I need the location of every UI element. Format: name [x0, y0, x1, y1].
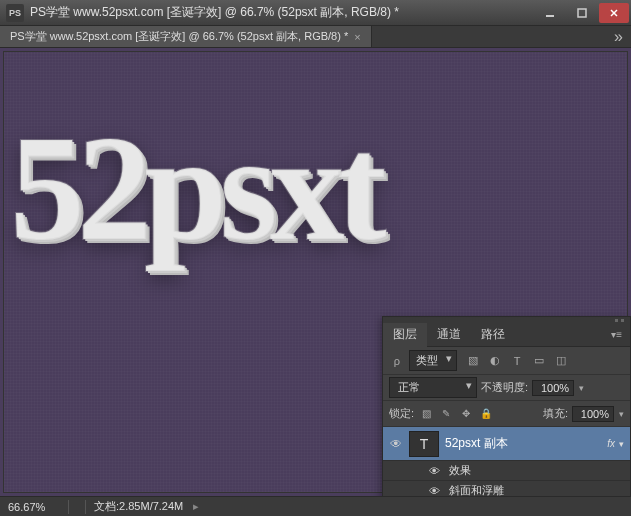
effect-bevel[interactable]: 👁 斜面和浮雕 [383, 481, 630, 496]
opacity-label: 不透明度: [481, 380, 528, 395]
document-tab[interactable]: PS学堂 www.52psxt.com [圣诞字效] @ 66.7% (52ps… [0, 26, 372, 47]
tab-bar-chevron-icon[interactable]: » [606, 28, 631, 46]
lock-all-icon[interactable]: 🔒 [478, 406, 494, 422]
filter-adjust-icon[interactable]: ◐ [487, 353, 503, 369]
lock-row: 锁定: ▧ ✎ ✥ 🔒 填充: 100% ▾ [383, 401, 630, 427]
tab-channels[interactable]: 通道 [427, 323, 471, 347]
layer-thumbnail[interactable]: T [409, 431, 439, 457]
filter-smart-icon[interactable]: ◫ [553, 353, 569, 369]
window-title: PS学堂 www.52psxt.com [圣诞字效] @ 66.7% (52ps… [30, 4, 535, 21]
layers-list: 👁 T 52psxt 副本 fx ▾ 👁 效果 👁 斜面和浮雕 👁 内阴影 [383, 427, 630, 496]
fx-toggle-icon[interactable]: ▾ [619, 439, 624, 449]
fill-label: 填充: [543, 406, 568, 421]
search-icon: ρ [389, 353, 405, 369]
status-separator [68, 500, 86, 514]
blend-mode-dropdown[interactable]: 正常 [389, 377, 477, 398]
filter-icons: ▧ ◐ T ▭ ◫ [465, 353, 569, 369]
filter-type-icon[interactable]: T [509, 353, 525, 369]
panel-menu-icon[interactable]: ▾≡ [603, 329, 630, 340]
lock-pixels-icon[interactable]: ✎ [438, 406, 454, 422]
status-bar: 66.67% 文档:2.85M/7.24M ▸ [0, 496, 631, 516]
window-controls [535, 3, 631, 23]
effects-header[interactable]: 👁 效果 [383, 461, 630, 481]
opacity-input[interactable]: 100% [532, 380, 574, 396]
blend-mode-row: 正常 不透明度: 100% ▾ [383, 375, 630, 401]
visibility-eye-icon[interactable]: 👁 [383, 437, 409, 451]
tab-paths[interactable]: 路径 [471, 323, 515, 347]
layer-name[interactable]: 52psxt 副本 [445, 435, 607, 452]
filter-pixel-icon[interactable]: ▧ [465, 353, 481, 369]
fx-indicator: fx [607, 438, 615, 449]
lock-icons: ▧ ✎ ✥ 🔒 [418, 406, 494, 422]
lock-position-icon[interactable]: ✥ [458, 406, 474, 422]
lock-label: 锁定: [389, 406, 414, 421]
app-icon: PS [6, 4, 24, 22]
lock-transparent-icon[interactable]: ▧ [418, 406, 434, 422]
docinfo-arrow-icon[interactable]: ▸ [193, 500, 199, 513]
tab-label: PS学堂 www.52psxt.com [圣诞字效] @ 66.7% (52ps… [10, 29, 348, 44]
document-info[interactable]: 文档:2.85M/7.24M [86, 499, 191, 514]
layers-panel: 图层 通道 路径 ▾≡ ρ 类型 ▧ ◐ T ▭ ◫ 正常 不透明度: 100%… [382, 316, 631, 496]
close-button[interactable] [599, 3, 629, 23]
svg-rect-1 [578, 9, 586, 17]
effect-eye-icon[interactable]: 👁 [429, 465, 449, 477]
zoom-level[interactable]: 66.67% [0, 501, 68, 513]
filter-kind-dropdown[interactable]: 类型 [409, 350, 457, 371]
tab-layers[interactable]: 图层 [383, 323, 427, 347]
opacity-arrow-icon[interactable]: ▾ [579, 383, 584, 393]
layer-item[interactable]: 👁 T 52psxt 副本 fx ▾ [383, 427, 630, 461]
tab-close-icon[interactable]: × [354, 31, 360, 43]
minimize-button[interactable] [535, 3, 565, 23]
fill-input[interactable]: 100% [572, 406, 614, 422]
panel-tabs: 图层 通道 路径 ▾≡ [383, 323, 630, 347]
effects-label: 效果 [449, 463, 471, 478]
fill-arrow-icon[interactable]: ▾ [619, 409, 624, 419]
maximize-button[interactable] [567, 3, 597, 23]
canvas-area[interactable]: 52psxt 图层 通道 路径 ▾≡ ρ 类型 ▧ ◐ T ▭ ◫ 正常 不透明… [0, 48, 631, 496]
layer-filter-row: ρ 类型 ▧ ◐ T ▭ ◫ [383, 347, 630, 375]
canvas-text-layer: 52psxt [10, 102, 379, 274]
document-tab-bar: PS学堂 www.52psxt.com [圣诞字效] @ 66.7% (52ps… [0, 26, 631, 48]
effect-eye-icon[interactable]: 👁 [429, 485, 449, 497]
filter-shape-icon[interactable]: ▭ [531, 353, 547, 369]
title-bar: PS PS学堂 www.52psxt.com [圣诞字效] @ 66.7% (5… [0, 0, 631, 26]
effect-name: 斜面和浮雕 [449, 483, 504, 496]
